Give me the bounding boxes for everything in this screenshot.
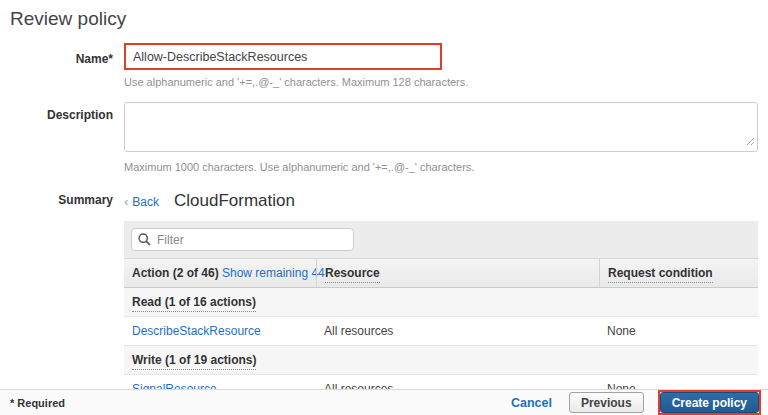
required-note: * Required xyxy=(10,397,65,409)
cancel-link[interactable]: Cancel xyxy=(511,396,552,410)
back-link[interactable]: ‹Back xyxy=(124,194,159,209)
create-policy-annotation-highlight: Create policy xyxy=(658,390,761,415)
back-link-label: Back xyxy=(132,195,159,209)
resource-header-label: Resource xyxy=(325,266,380,283)
description-textarea-wrap xyxy=(124,102,758,155)
back-chevron-icon: ‹ xyxy=(124,194,128,209)
description-label: Description xyxy=(10,102,113,122)
create-policy-button[interactable]: Create policy xyxy=(660,392,759,413)
read-group-label: Read (1 of 16 actions) xyxy=(132,295,256,312)
table-row: DescribeStackResource All resources None xyxy=(124,317,758,346)
description-helper-text: Maximum 1000 characters. Use alphanumeri… xyxy=(124,161,758,173)
name-annotation-highlight xyxy=(124,43,442,70)
name-label: Name* xyxy=(10,43,113,66)
review-policy-page: Review policy Name* Use alphanumeric and… xyxy=(0,0,768,404)
name-content: Use alphanumeric and '+=,.@-_' character… xyxy=(124,43,758,88)
filter-bar xyxy=(124,221,758,258)
policy-summary-table: Action (2 of 46) Show remaining 44 Resou… xyxy=(124,221,758,404)
summary-header: ‹Back CloudFormation xyxy=(124,191,758,211)
action-cell: DescribeStackResource xyxy=(124,317,316,345)
footer-actions: Cancel Previous Create policy xyxy=(511,390,761,415)
column-header-action: Action (2 of 46) Show remaining 44 xyxy=(124,259,316,287)
description-content: Maximum 1000 characters. Use alphanumeri… xyxy=(124,102,758,173)
column-header-request-condition: Request condition xyxy=(599,259,758,287)
resource-cell: All resources xyxy=(316,317,599,345)
page-title: Review policy xyxy=(10,8,758,30)
show-remaining-link[interactable]: Show remaining 44 xyxy=(222,266,325,280)
filter-input[interactable] xyxy=(131,228,354,251)
request-condition-cell: None xyxy=(599,317,758,345)
summary-row: Summary ‹Back CloudFormation xyxy=(10,191,758,404)
name-row: Name* Use alphanumeric and '+=,.@-_' cha… xyxy=(10,43,758,88)
description-row: Description Maximum 1000 characters. Use… xyxy=(10,102,758,173)
action-link-describe-stack-resource[interactable]: DescribeStackResource xyxy=(132,324,261,338)
request-condition-header-label: Request condition xyxy=(608,266,713,283)
name-helper-text: Use alphanumeric and '+=,.@-_' character… xyxy=(124,76,758,88)
service-title: CloudFormation xyxy=(174,191,295,211)
footer-bar: * Required Cancel Previous Create policy xyxy=(0,389,768,415)
write-group-label: Write (1 of 19 actions) xyxy=(132,353,256,370)
summary-label: Summary xyxy=(10,191,113,207)
group-row-read: Read (1 of 16 actions) xyxy=(124,288,758,317)
column-header-resource: Resource xyxy=(316,259,599,287)
summary-content: ‹Back CloudFormation xyxy=(124,191,758,404)
policy-description-textarea[interactable] xyxy=(124,102,758,152)
group-row-write: Write (1 of 19 actions) xyxy=(124,346,758,375)
resize-handle-icon[interactable] xyxy=(746,135,755,149)
search-icon xyxy=(138,233,151,249)
filter-input-wrap xyxy=(131,228,354,251)
table-header-row: Action (2 of 46) Show remaining 44 Resou… xyxy=(124,258,758,288)
previous-button[interactable]: Previous xyxy=(569,392,644,413)
policy-name-input[interactable] xyxy=(126,45,440,68)
action-count-label: Action (2 of 46) xyxy=(132,266,219,280)
